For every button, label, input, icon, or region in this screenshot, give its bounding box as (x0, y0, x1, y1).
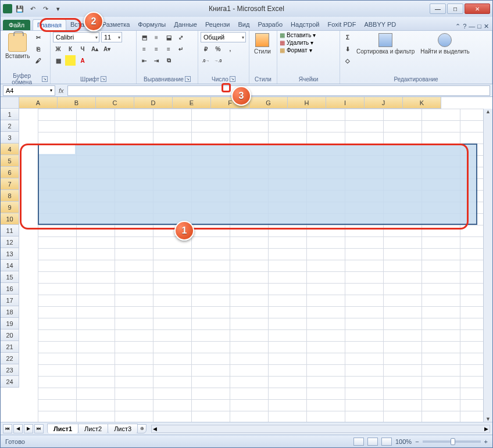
row-header-6[interactable]: 6 (1, 167, 19, 178)
tab-формулы[interactable]: Формулы (134, 19, 170, 30)
wrap-text-button[interactable]: ↵ (176, 44, 186, 54)
tab-главная[interactable]: Главная (33, 19, 66, 30)
insert-cells-button[interactable]: ▦ Вставить ▾ (280, 32, 316, 38)
row-header-5[interactable]: 5 (1, 155, 19, 167)
column-header-K[interactable]: K (403, 97, 441, 109)
format-cells-button[interactable]: ▦ Формат ▾ (280, 47, 312, 53)
minimize-button[interactable]: — (430, 3, 446, 14)
tab-foxit pdf[interactable]: Foxit PDF (324, 19, 360, 30)
column-header-G[interactable]: G (249, 97, 288, 109)
row-header-16[interactable]: 16 (1, 283, 19, 295)
delete-cells-button[interactable]: ▦ Удалить ▾ (280, 40, 313, 46)
tab-abbyy pd[interactable]: ABBYY PD (360, 19, 400, 30)
row-header-15[interactable]: 15 (1, 271, 19, 283)
percent-button[interactable]: % (213, 44, 223, 54)
fx-icon[interactable]: fx (59, 87, 64, 94)
increase-indent-button[interactable]: ⇥ (151, 55, 162, 66)
currency-button[interactable]: ₽ (201, 44, 211, 54)
row-header-20[interactable]: 20 (1, 329, 19, 341)
autosum-button[interactable]: Σ (342, 32, 353, 42)
tab-вид[interactable]: Вид (234, 19, 254, 30)
styles-button[interactable]: Стили (252, 32, 273, 56)
help-icon[interactable]: ? (463, 23, 466, 30)
row-header-12[interactable]: 12 (1, 236, 19, 248)
number-launcher[interactable]: ↘ (230, 76, 235, 82)
doc-min-icon[interactable]: — (469, 23, 475, 30)
format-painter-button[interactable]: 🖌 (33, 55, 44, 66)
save-button[interactable]: 💾 (15, 3, 25, 14)
align-top-button[interactable]: ⬒ (139, 32, 149, 42)
column-header-D[interactable]: D (134, 97, 173, 109)
row-header-17[interactable]: 17 (1, 295, 19, 306)
column-header-C[interactable]: C (96, 97, 134, 109)
number-format-combo[interactable]: Общий (201, 32, 246, 42)
border-button[interactable]: ▦ (53, 55, 63, 66)
page-layout-view-button[interactable] (367, 438, 378, 446)
decrease-decimal-button[interactable]: →.0 (213, 55, 223, 66)
cell-grid[interactable] (38, 109, 483, 422)
row-header-22[interactable]: 22 (1, 353, 19, 364)
zoom-out-button[interactable]: − (415, 438, 419, 445)
fill-button[interactable]: ⬇ (342, 44, 353, 54)
font-color-button[interactable]: A (77, 55, 88, 66)
row-header-4[interactable]: 4 (1, 144, 19, 155)
orientation-button[interactable]: ⤢ (176, 32, 186, 42)
clipboard-launcher[interactable]: ↘ (42, 76, 48, 82)
cut-button[interactable]: ✂ (33, 32, 44, 42)
decrease-indent-button[interactable]: ⇤ (139, 55, 149, 66)
row-header-23[interactable]: 23 (1, 364, 19, 376)
row-header-3[interactable]: 3 (1, 132, 19, 144)
comma-button[interactable]: , (225, 44, 235, 54)
row-header-21[interactable]: 21 (1, 341, 19, 353)
row-header-10[interactable]: 10 (1, 213, 19, 225)
name-box[interactable]: A4▾ (3, 85, 55, 96)
find-select-button[interactable]: Найти и выделить (418, 32, 471, 56)
column-header-B[interactable]: B (58, 97, 96, 109)
doc-max-icon[interactable]: □ (477, 23, 481, 30)
ribbon-minimize-icon[interactable]: ⌃ (455, 23, 460, 30)
shrink-font-button[interactable]: A▾ (102, 44, 112, 54)
clear-button[interactable]: ◇ (342, 55, 353, 66)
tab-рецензи[interactable]: Рецензи (201, 19, 234, 30)
align-bottom-button[interactable]: ⬓ (163, 32, 174, 42)
sheet-nav-next[interactable]: ▶ (24, 424, 33, 433)
column-header-J[interactable]: J (365, 97, 403, 109)
sheet-tab-Лист1[interactable]: Лист1 (47, 424, 78, 433)
row-header-2[interactable]: 2 (1, 120, 19, 132)
close-button[interactable]: ✕ (465, 3, 490, 14)
column-header-A[interactable]: A (19, 97, 58, 109)
normal-view-button[interactable] (353, 438, 364, 446)
bold-button[interactable]: Ж (53, 44, 63, 54)
underline-button[interactable]: Ч (77, 44, 88, 54)
sheet-nav-prev[interactable]: ◀ (13, 424, 23, 433)
formula-input[interactable] (67, 85, 490, 96)
sheet-nav-last[interactable]: ⏭ (34, 424, 44, 433)
tab-надстрой[interactable]: Надстрой (287, 19, 323, 30)
font-size-combo[interactable]: 11 (101, 32, 122, 42)
tab-разметка[interactable]: Разметка (98, 19, 134, 30)
page-break-view-button[interactable] (381, 438, 392, 446)
doc-close-icon[interactable]: ✕ (484, 23, 489, 30)
zoom-slider[interactable] (423, 440, 481, 443)
grow-font-button[interactable]: A▴ (90, 44, 100, 54)
vertical-scrollbar[interactable]: ▲▼ (483, 109, 492, 422)
horizontal-scrollbar[interactable]: ◀▶ (151, 425, 490, 433)
qat-more[interactable]: ▾ (53, 3, 63, 14)
column-header-I[interactable]: I (326, 97, 365, 109)
row-header-13[interactable]: 13 (1, 248, 19, 260)
zoom-in-button[interactable]: + (484, 438, 488, 445)
sheet-tab-Лист2[interactable]: Лист2 (78, 424, 108, 433)
row-header-1[interactable]: 1 (1, 109, 19, 120)
column-header-E[interactable]: E (173, 97, 211, 109)
row-header-18[interactable]: 18 (1, 306, 19, 318)
align-right-button[interactable]: ≡ (163, 44, 174, 54)
tab-разрабо[interactable]: Разрабо (253, 19, 287, 30)
sort-filter-button[interactable]: Сортировка и фильтр (354, 32, 417, 56)
merge-button[interactable]: ⧉ (163, 55, 174, 66)
undo-button[interactable]: ↶ (27, 3, 38, 14)
copy-button[interactable]: ⎘ (33, 44, 44, 54)
fill-color-button[interactable] (65, 55, 76, 66)
select-all-corner[interactable] (1, 97, 19, 109)
row-header-19[interactable]: 19 (1, 318, 19, 329)
row-header-7[interactable]: 7 (1, 178, 19, 190)
